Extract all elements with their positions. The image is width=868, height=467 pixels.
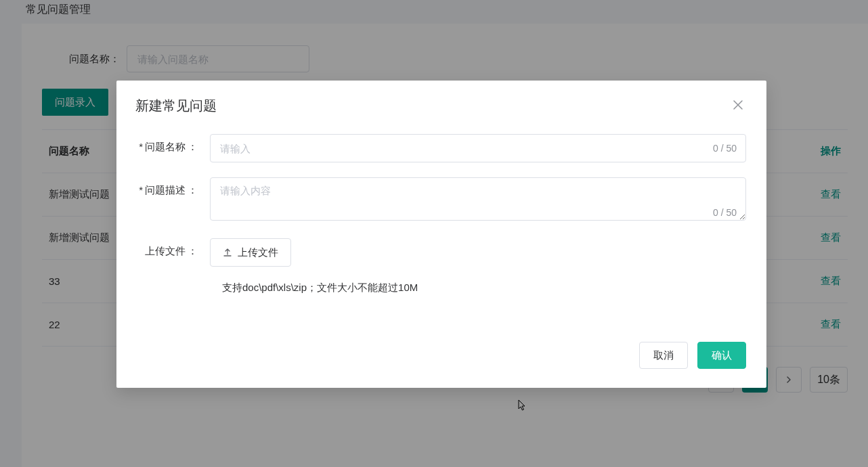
modal-header: 新建常见问题 xyxy=(116,81,766,134)
desc-char-count: 0 / 50 xyxy=(713,207,737,218)
new-faq-modal: 新建常见问题 * 问题名称： 0 / 50 * 问题描述： 0 / 50 xyxy=(116,81,766,388)
modal-footer: 取消 确认 xyxy=(116,308,766,388)
name-input-wrap: 0 / 50 xyxy=(210,134,746,162)
form-item-name: * 问题名称： 0 / 50 xyxy=(137,134,746,162)
upload-hint: 支持doc\pdf\xls\zip；文件大小不能超过10M xyxy=(137,282,746,294)
close-icon xyxy=(733,99,743,110)
name-input[interactable] xyxy=(210,134,746,162)
modal-body: * 问题名称： 0 / 50 * 问题描述： 0 / 50 上传文件： xyxy=(116,134,766,294)
required-star: * xyxy=(139,184,143,197)
upload-icon xyxy=(223,248,232,257)
name-label: * 问题名称： xyxy=(137,134,198,154)
close-button[interactable] xyxy=(733,99,746,113)
form-item-desc: * 问题描述： 0 / 50 xyxy=(137,177,746,223)
modal-title: 新建常见问题 xyxy=(135,97,217,115)
required-star: * xyxy=(139,141,143,154)
desc-input-wrap: 0 / 50 xyxy=(210,177,746,223)
confirm-button[interactable]: 确认 xyxy=(697,342,746,369)
file-label: 上传文件： xyxy=(137,238,198,258)
cancel-button[interactable]: 取消 xyxy=(639,342,688,369)
desc-label: * 问题描述： xyxy=(137,177,198,197)
name-char-count: 0 / 50 xyxy=(713,143,737,154)
upload-file-button[interactable]: 上传文件 xyxy=(210,238,291,267)
file-upload-wrap: 上传文件 xyxy=(210,238,291,267)
desc-textarea[interactable] xyxy=(210,177,746,221)
form-item-file: 上传文件： 上传文件 xyxy=(137,238,746,267)
